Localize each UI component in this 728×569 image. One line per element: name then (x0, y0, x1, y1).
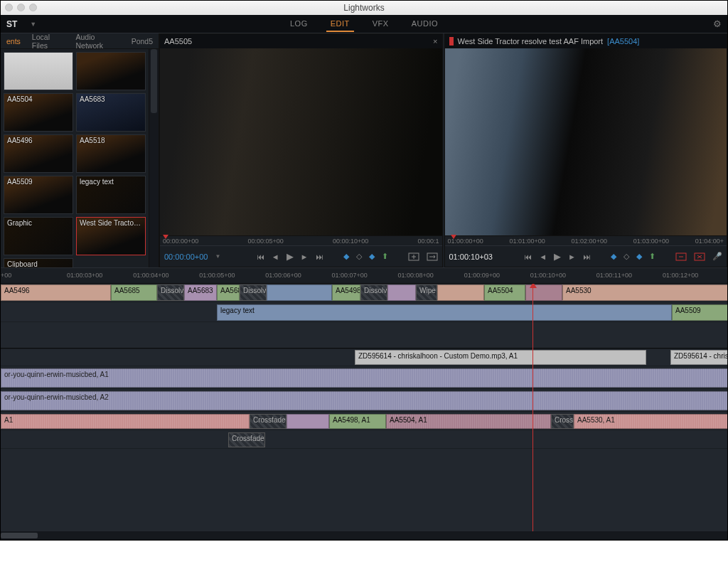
timeline-clip[interactable]: or-you-quinn-erwin-musicbed, A1 (1, 368, 727, 388)
close-icon[interactable]: × (433, 37, 437, 46)
timeline-tracks[interactable]: AA5496AA5685DissolveAA5683AA568DissolveA… (1, 284, 727, 531)
step-fwd-icon[interactable]: ► (568, 252, 576, 261)
timeline-playhead[interactable] (532, 284, 533, 531)
timeline-clip[interactable]: Wipe (416, 284, 437, 301)
timeline-clip[interactable] (287, 414, 329, 429)
track[interactable]: legacy textAA5509 (1, 304, 727, 322)
timeline-clip[interactable] (437, 284, 484, 301)
dropdown-icon[interactable]: ▼ (215, 253, 220, 260)
timeline-clip[interactable]: Dissolve (157, 284, 184, 301)
record-canvas[interactable] (445, 48, 727, 235)
timeline-ruler[interactable]: +0001:00:03+0001:00:04+0001:00:05+0001:0… (1, 268, 727, 284)
timeline-clip[interactable]: AA5530 (562, 284, 727, 301)
project-dropdown-icon[interactable]: ▼ (30, 21, 36, 28)
scroll-thumb[interactable] (151, 49, 157, 113)
delete-icon[interactable] (694, 252, 705, 261)
goto-end-icon[interactable]: ⏭ (583, 252, 591, 261)
timeline-clip[interactable]: AA5509 (672, 304, 727, 321)
track[interactable]: A1CrossfadeAA5498, A1AA5504, A1CrossfadA… (1, 413, 727, 430)
timeline-clip[interactable]: Dissolve (360, 284, 387, 301)
source-ruler[interactable]: 00:00:00+0000:00:05+0000:00:10+0000:00:1 (160, 235, 442, 245)
play-icon[interactable]: ▶ (287, 251, 294, 262)
goto-start-icon[interactable]: ⏮ (524, 252, 532, 261)
bin-clip[interactable]: West Side Tractor res (76, 217, 146, 255)
timeline-clip[interactable]: AA5530, A1 (574, 414, 727, 429)
track[interactable]: AA5496AA5685DissolveAA5683AA568DissolveA… (1, 284, 727, 302)
record-ruler[interactable]: 01:00:00+0001:01:00+0001:02:00+0001:03:0… (445, 235, 727, 245)
source-canvas[interactable] (160, 48, 442, 235)
timeline-clip[interactable] (387, 284, 416, 301)
bin-scrollbar[interactable] (149, 49, 159, 267)
clear-marks-icon[interactable]: ◇ (356, 252, 362, 261)
bin-clip[interactable]: legacy text (76, 176, 146, 214)
play-icon[interactable]: ▶ (554, 251, 561, 262)
track[interactable]: Crossfade (1, 432, 727, 449)
timeline-clip[interactable]: AA5683 (184, 284, 217, 301)
timeline-clip[interactable]: Dissolve (240, 284, 267, 301)
bin-clip[interactable]: AA5509 (4, 176, 73, 214)
timeline-clip[interactable]: A1 (1, 414, 250, 429)
timeline-clip[interactable]: ZD595614 - chriskal (670, 350, 727, 365)
timeline-clip[interactable]: AA5498, A1 (329, 414, 386, 429)
clear-marks-icon[interactable]: ◇ (623, 252, 629, 261)
overwrite-icon[interactable] (427, 252, 438, 261)
step-back-icon[interactable]: ◄ (539, 252, 547, 261)
bin-clip[interactable]: Graphic (4, 217, 73, 255)
playhead-marker-icon[interactable] (163, 235, 168, 239)
bin-clip[interactable]: AA5683 (76, 93, 146, 132)
bin-clip[interactable] (4, 52, 73, 90)
timeline-clip[interactable]: Crossfade (250, 414, 287, 429)
project-badge[interactable]: ST (6, 19, 17, 29)
timeline-h-scrollbar[interactable] (1, 531, 727, 540)
track[interactable]: or-you-quinn-erwin-musicbed, A2 (1, 390, 727, 412)
timeline-clip[interactable]: AA5504, A1 (386, 414, 551, 429)
bin-clip[interactable] (76, 52, 146, 90)
timeline-clip[interactable]: AA5504 (484, 284, 525, 301)
mark-out-icon[interactable]: ◆ (636, 252, 642, 261)
voiceover-mic-icon[interactable]: 🎤 (712, 252, 722, 261)
track[interactable] (1, 324, 727, 349)
timeline-clip[interactable]: AA5498 (332, 284, 360, 301)
timeline-clip[interactable]: legacy text (217, 304, 672, 321)
insert-icon[interactable] (408, 252, 419, 261)
tab-edit[interactable]: EDIT (326, 16, 354, 32)
bin-clip[interactable]: AA5504 (4, 93, 73, 132)
goto-start-icon[interactable]: ⏮ (257, 252, 264, 261)
remove-icon[interactable] (675, 252, 687, 261)
bin-tab-pond5[interactable]: Pond5 (126, 37, 159, 46)
min-dot[interactable] (17, 4, 25, 11)
close-dot[interactable] (5, 4, 13, 11)
mark-out-icon[interactable]: ◆ (369, 252, 375, 261)
bin-clip[interactable]: AA5518 (76, 134, 146, 173)
tab-log[interactable]: LOG (286, 16, 312, 32)
bin-clip[interactable]: Clipboard (4, 258, 73, 267)
timeline-clip[interactable]: AA5496 (1, 284, 111, 301)
playhead-marker-icon[interactable] (451, 235, 456, 239)
mark-in-icon[interactable]: ◆ (343, 252, 349, 261)
step-fwd-icon[interactable]: ► (301, 252, 309, 261)
bin-tab-local-files[interactable]: Local Files (26, 33, 70, 50)
timeline-clip[interactable] (267, 284, 332, 301)
timeline-clip[interactable]: AA568 (217, 284, 240, 301)
bin-clip[interactable]: AA5496 (4, 134, 73, 173)
scroll-thumb[interactable] (1, 533, 38, 538)
zoom-dot[interactable] (29, 4, 37, 11)
cue-icon[interactable]: ⬆ (649, 252, 655, 261)
mark-in-icon[interactable]: ◆ (611, 252, 616, 261)
track[interactable]: or-you-quinn-erwin-musicbed, A1 (1, 368, 727, 389)
timeline-clip[interactable]: or-you-quinn-erwin-musicbed, A2 (1, 391, 727, 410)
cue-icon[interactable]: ⬆ (382, 252, 388, 261)
goto-end-icon[interactable]: ⏭ (316, 252, 323, 261)
track[interactable]: ZD595614 - chriskalhoon - Custom Demo.mp… (1, 349, 727, 366)
timeline-clip[interactable]: Crossfade (228, 432, 265, 447)
timeline-clip[interactable]: ZD595614 - chriskalhoon - Custom Demo.mp… (355, 350, 646, 365)
timeline-clip[interactable]: AA5685 (111, 284, 157, 301)
tab-audio[interactable]: AUDIO (407, 16, 442, 32)
step-back-icon[interactable]: ◄ (272, 252, 279, 261)
settings-gear-icon[interactable]: ⚙ (713, 18, 722, 29)
bin-tab-audio-network[interactable]: Audio Network (70, 33, 126, 50)
timeline-clip[interactable]: Crossfad (551, 414, 574, 429)
playhead-knob-icon[interactable] (530, 284, 537, 288)
bin-tab-ents[interactable]: ents (1, 37, 26, 46)
tab-vfx[interactable]: VFX (368, 16, 393, 32)
